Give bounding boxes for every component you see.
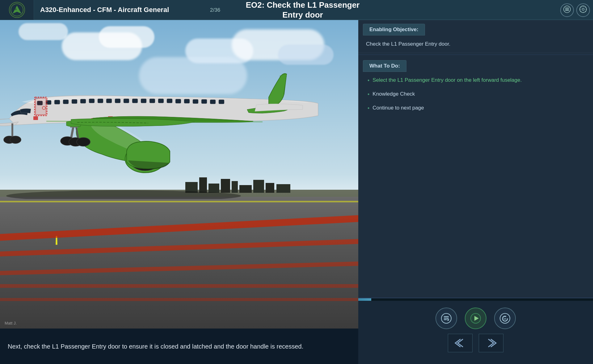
nav-row [358,329,593,352]
airplane[interactable] [0,45,324,214]
bullet-1: • [368,77,369,85]
svg-rect-33 [444,318,449,319]
settings-button[interactable] [576,3,590,17]
svg-rect-15 [89,99,95,103]
svg-rect-14 [80,99,86,103]
todo-item-3[interactable]: • Continue to next page [368,104,587,113]
airplane-svg [0,45,324,199]
svg-rect-12 [63,100,69,104]
airplane-scene[interactable] [0,20,358,329]
svg-text:10: 10 [503,317,506,320]
nose-gear-tire-2 [10,136,21,143]
marker-1 [33,116,38,120]
svg-point-8 [582,8,584,10]
enabling-objective-section: Enabling Objective: Check the L1 Passeng… [358,20,593,53]
svg-rect-25 [175,99,181,103]
svg-rect-13 [72,99,77,104]
svg-rect-20 [132,99,138,103]
airplane-shadow [6,190,241,199]
svg-rect-28 [201,99,207,104]
svg-rect-30 [219,100,224,104]
red-line-5 [0,298,358,301]
svg-point-7 [580,6,587,13]
enabling-objective-label: Enabling Objective: [363,24,425,35]
svg-rect-34 [444,319,447,320]
svg-rect-32 [444,316,449,317]
caption-area: Next, check the L1 Passenger Entry door … [0,329,358,364]
attribution: Matt J. [5,321,17,325]
bullet-2: • [368,90,369,99]
cockpit-window-2 [20,109,31,113]
svg-rect-10 [46,100,51,105]
settings-icon [579,6,587,14]
svg-rect-11 [54,100,60,104]
enabling-objective-content: Check the L1 Passenger Entry door. [358,35,593,53]
svg-rect-27 [193,99,198,104]
back-button[interactable] [448,334,473,352]
svg-rect-29 [210,100,216,104]
what-to-do-label: What To Do: [363,60,406,72]
todo-text-3: Continue to next page [372,104,424,112]
todo-text-2: Knowledge Check [372,90,415,98]
svg-rect-18 [115,99,120,103]
bullet-3: • [368,104,369,113]
todo-item-1[interactable]: • Select the L1 Passenger Entry door on … [368,77,587,85]
red-line-4 [0,284,358,288]
main-gear-tire-3 [77,138,90,146]
menu-button[interactable] [560,3,574,17]
svg-rect-22 [149,99,155,103]
main-content: Matt J. Next, check the L1 Passenger Ent… [0,20,358,364]
progress-bar-fill [358,298,371,301]
right-panel: Enabling Objective: Check the L1 Passeng… [358,20,593,364]
back-icon [454,337,466,349]
svg-rect-19 [124,99,129,103]
forward-icon [485,337,497,349]
header: A320-Enhanced - CFM - Aircraft General 2… [0,0,593,20]
todo-text-1: Select the L1 Passenger Entry door on th… [372,77,522,84]
svg-rect-23 [158,99,164,103]
panel-divider [358,55,593,55]
bottom-controls: 10 [358,298,593,364]
play-button[interactable] [465,308,486,329]
progress-bar-container [358,298,593,301]
rewind-button[interactable]: 10 [494,308,516,329]
logo [9,2,25,18]
airline-stripe [46,121,263,122]
transcript-icon [441,313,452,324]
eo-title: EO2: Check the L1 Passenger Entry door [246,0,360,19]
svg-rect-26 [184,99,190,103]
tarmac [0,197,358,329]
what-to-do-content: • Select the L1 Passenger Entry door on … [358,72,593,121]
svg-rect-17 [106,99,112,103]
svg-rect-21 [141,99,146,103]
logo-icon [10,3,24,17]
svg-rect-24 [167,99,172,103]
controls-row: 10 [358,301,593,329]
gear-icon [579,6,587,13]
hamburger-icon [563,6,571,13]
header-icons [560,0,590,20]
play-icon [470,313,481,324]
caption-text: Next, check the L1 Passenger Entry door … [8,342,303,351]
cloud-6 [19,23,68,40]
rewind-icon: 10 [499,313,511,324]
enabling-objective-text: Check the L1 Passenger Entry door. [366,41,450,47]
app-title: A320-Enhanced - CFM - Aircraft General [34,6,188,14]
logo-area [0,0,34,20]
eo-title-area: EO2: Check the L1 Passenger Entry door [225,0,380,20]
svg-rect-16 [98,99,103,103]
svg-point-2 [15,8,17,10]
forward-button[interactable] [479,334,503,352]
menu-icon [563,6,571,14]
todo-item-2[interactable]: • Knowledge Check [368,90,587,99]
slide-counter: 2/36 [210,0,220,20]
transcript-button[interactable] [435,308,457,329]
